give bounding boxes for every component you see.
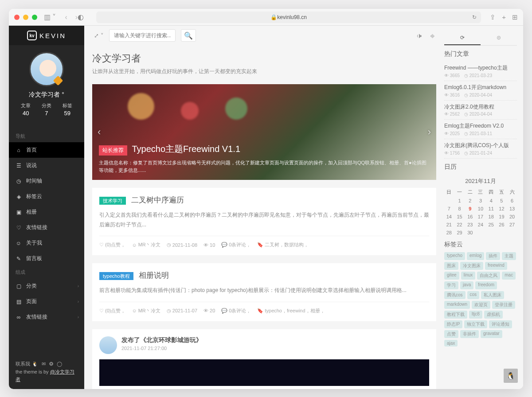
nav-guestbook[interactable]: ✎留言板 — [9, 251, 84, 266]
calendar-day[interactable]: 10 — [476, 205, 485, 212]
nav-shuoshuo[interactable]: ☰说说 — [9, 158, 84, 173]
calendar-day[interactable]: 13 — [507, 205, 517, 212]
tag-chip[interactable]: 教程下载 — [444, 311, 467, 319]
calendar-day[interactable]: 7 — [444, 205, 454, 212]
post-tags[interactable]: 🔖 typecho，freewind，相册， — [257, 307, 325, 314]
weibo-icon[interactable]: ❂ — [49, 360, 53, 368]
reload-icon[interactable]: ↻ — [472, 14, 477, 20]
tag-chip[interactable]: gravatar — [481, 330, 502, 338]
tag-chip[interactable]: 点赞 — [444, 330, 458, 338]
tag-chip[interactable]: markdown — [444, 301, 470, 309]
tag-chip[interactable]: 学习 — [444, 281, 458, 289]
calendar-day[interactable]: 9 — [465, 205, 475, 212]
nav-home[interactable]: ⌂首页 — [9, 142, 84, 158]
calendar-day[interactable]: 5 — [497, 197, 507, 204]
calendar-day[interactable]: 28 — [444, 229, 454, 236]
calendar-day[interactable]: 18 — [486, 213, 496, 220]
calendar-day[interactable]: 14 — [444, 213, 454, 220]
nav-about[interactable]: ☺关于我 — [9, 235, 84, 251]
calendar-day[interactable]: 26 — [497, 221, 507, 228]
tag-chip[interactable]: ltjc8 — [469, 311, 482, 319]
calendar-day[interactable]: 3 — [476, 197, 485, 204]
calendar-day[interactable]: 24 — [476, 221, 485, 228]
address-bar[interactable]: 🔒 kevinlu98.cn ↻ — [96, 12, 481, 23]
qq-icon[interactable]: 🐧 — [32, 360, 38, 368]
calendar-day[interactable]: 4 — [486, 197, 496, 204]
hot-article-item[interactable]: Freewind ——typecho主题👁 3665◷ 2021-03-23 — [444, 62, 517, 81]
search-button[interactable]: 🔍 — [181, 29, 196, 42]
user-avatar[interactable] — [29, 52, 64, 86]
tag-chip[interactable]: typecho — [444, 252, 465, 260]
tag-chip[interactable]: 评论通知 — [489, 320, 512, 328]
tab-site[interactable]: ⟳ — [444, 31, 481, 45]
tag-chip[interactable]: cos — [467, 291, 480, 299]
tabs-icon[interactable]: ⊞ — [512, 13, 518, 21]
tag-chip[interactable]: 冷文图床 — [460, 262, 483, 270]
nav-tagcloud[interactable]: ◈标签云 — [9, 189, 84, 204]
carousel-next[interactable]: › — [428, 126, 431, 138]
maximize-window[interactable] — [32, 15, 37, 20]
share-icon[interactable]: ⇪ — [490, 13, 496, 21]
tag-chip[interactable]: 自由之风 — [477, 272, 500, 280]
nav-links[interactable]: ♡友情链接 — [9, 220, 84, 235]
tag-chip[interactable]: freewind — [485, 262, 507, 270]
tab-me[interactable]: ⊜ — [481, 31, 517, 45]
tag-chip[interactable]: 欢迎页 — [472, 301, 490, 309]
tag-chip[interactable]: 静态IP — [444, 320, 462, 328]
minimize-window[interactable] — [23, 15, 28, 20]
tag-chip[interactable]: ajax — [444, 340, 458, 346]
calendar-day[interactable]: 25 — [486, 221, 496, 228]
shuoshuo-avatar[interactable] — [99, 336, 117, 354]
mail-icon[interactable]: ✉ — [42, 360, 46, 368]
expand-icon[interactable]: ⤢ ˅ — [94, 32, 104, 39]
calendar-day[interactable]: 20 — [507, 213, 517, 220]
calendar-day[interactable]: 11 — [486, 205, 496, 212]
github-icon[interactable]: ◯ — [57, 360, 62, 368]
tag-chip[interactable]: emlog — [467, 252, 484, 260]
post-category-tag[interactable]: 技术学习 — [99, 197, 126, 205]
like-button[interactable]: ♡ (0)点赞， — [99, 307, 125, 314]
qq-float-button[interactable]: 🐧 — [504, 369, 518, 383]
nav-friendlinks[interactable]: ∞友情链接› — [9, 309, 84, 325]
calendar-day[interactable]: 29 — [455, 229, 465, 236]
tag-chip[interactable]: 虚拟机 — [484, 311, 503, 319]
search-input[interactable] — [109, 29, 176, 42]
sound-icon[interactable]: 🕩 — [416, 32, 422, 39]
tag-chip[interactable]: freedom — [475, 281, 497, 289]
back-button[interactable]: ‹ — [65, 13, 67, 21]
nav-pages[interactable]: ▤页面› — [9, 294, 84, 309]
carousel-prev[interactable]: ‹ — [98, 126, 101, 138]
post-title[interactable]: 相册说明 — [139, 271, 169, 280]
calendar-day[interactable]: 16 — [465, 213, 475, 220]
calendar-day[interactable]: 30 — [465, 229, 475, 236]
tag-chip[interactable]: 私人图床 — [481, 291, 504, 299]
site-logo[interactable]: kv KEVIN — [9, 26, 84, 45]
nav-categories[interactable]: ▢分类› — [9, 278, 84, 294]
nav-timeline[interactable]: ◷时间轴 — [9, 173, 84, 189]
new-tab-icon[interactable]: + — [502, 13, 506, 21]
calendar-day[interactable]: 19 — [497, 213, 507, 220]
stat-tags[interactable]: 标签59 — [63, 102, 72, 117]
tag-chip[interactable]: mac — [502, 272, 516, 280]
post-comments[interactable]: 💬 0条评论， — [221, 241, 251, 248]
featured-title[interactable]: Typecho主题Freewind V1.1 — [132, 144, 240, 154]
calendar-day[interactable]: 23 — [465, 221, 475, 228]
close-window[interactable] — [14, 15, 20, 20]
calendar-day[interactable]: 6 — [507, 197, 517, 204]
tag-chip[interactable]: linux — [461, 272, 476, 280]
calendar-day[interactable]: 2 — [465, 197, 475, 204]
tag-chip[interactable]: 插件 — [486, 252, 500, 260]
tag-chip[interactable]: java — [460, 281, 473, 289]
post-category-tag[interactable]: typecho教程 — [99, 272, 133, 280]
tag-chip[interactable]: 登录注册 — [492, 301, 515, 309]
calendar-day[interactable]: 12 — [497, 205, 507, 212]
tag-chip[interactable]: 主题 — [502, 252, 516, 260]
tag-chip[interactable]: 独立下载 — [464, 320, 487, 328]
post-title[interactable]: 二叉树中序遍历 — [131, 196, 184, 204]
tag-chip[interactable]: 图床 — [444, 262, 458, 270]
hot-article-item[interactable]: Emlog6.0.1开启markdown👁 3616◷ 2020-04-04 — [444, 81, 517, 101]
post-tags[interactable]: 🔖 二叉树，数据结构， — [257, 241, 309, 248]
tag-chip[interactable]: 腾讯cos — [444, 291, 466, 299]
post-author[interactable]: ☺ MR丶冷文 — [132, 307, 160, 314]
nav-album[interactable]: ▣相册 — [9, 204, 84, 220]
